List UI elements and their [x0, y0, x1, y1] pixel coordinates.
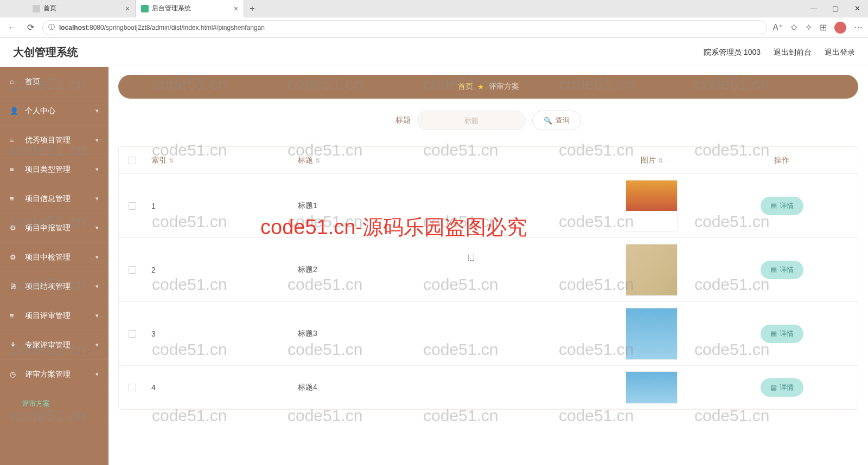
header-front-link[interactable]: 退出到前台 — [774, 48, 812, 57]
window-controls-left — [3, 4, 27, 14]
thumbnail-image — [626, 308, 678, 360]
sidebar-item-profile[interactable]: 👤个人中心▾ — [0, 96, 108, 126]
doc-icon: ▤ — [770, 266, 777, 274]
profile-avatar[interactable] — [834, 22, 846, 34]
detail-button[interactable]: ▤详情 — [761, 197, 803, 215]
breadcrumb-home[interactable]: 首页 — [458, 82, 473, 92]
cell-index: 3 — [146, 330, 298, 338]
browser-tab-1[interactable]: 首页 × — [27, 0, 136, 17]
new-tab-button[interactable]: + — [244, 4, 260, 14]
search-label: 标题 — [395, 115, 411, 125]
search-button-label: 查询 — [556, 115, 570, 125]
users-icon: ⚘ — [10, 341, 20, 349]
col-image[interactable]: 图片 — [641, 156, 656, 164]
close-icon[interactable]: × — [234, 4, 238, 13]
favorite-icon[interactable]: ✩ — [790, 22, 797, 33]
row-checkbox[interactable] — [129, 202, 136, 210]
sidebar-item-label: 优秀项目管理 — [25, 135, 71, 145]
chevron-down-icon: ▾ — [95, 283, 99, 290]
list-icon: ≡ — [10, 165, 20, 173]
row-checkbox[interactable] — [129, 384, 136, 391]
minimize-icon[interactable]: — — [803, 0, 825, 17]
browser-tab-2[interactable]: 后台管理系统 × — [136, 0, 244, 17]
read-aloud-icon[interactable]: A⁺ — [773, 22, 783, 33]
header-logout-link[interactable]: 退出登录 — [825, 48, 855, 57]
sidebar-item-label: 项目评审管理 — [25, 311, 71, 321]
sidebar-item-label: 个人中心 — [25, 106, 55, 116]
sidebar-item-expert[interactable]: ⚘专家评审管理▾ — [0, 331, 108, 360]
app-header: 大创管理系统 院系管理员 1003 退出到前台 退出登录 — [0, 38, 868, 67]
star-icon: ★ — [477, 82, 484, 91]
chevron-down-icon: ▾ — [95, 371, 99, 378]
col-op: 操作 — [774, 156, 789, 164]
sidebar-subitem-scheme-active[interactable]: 评审方案 — [0, 389, 108, 418]
breadcrumb: 首页 ★ 评审方案 — [118, 75, 858, 99]
data-table: 索引⇅ 标题⇅ 图片⇅ 操作 1 标题1 ▤详情 2 标题2 ▤详情 — [118, 146, 858, 410]
list-icon: ≡ — [10, 312, 20, 320]
detail-button[interactable]: ▤详情 — [761, 325, 803, 343]
collections-icon[interactable]: ✧ — [805, 22, 812, 33]
cell-index: 4 — [146, 383, 298, 392]
sidebar-item-final[interactable]: 🖹项目结项管理▾ — [0, 272, 108, 301]
tab-title: 后台管理系统 — [152, 4, 191, 13]
chevron-down-icon: ▾ — [95, 195, 99, 202]
sidebar-item-scheme[interactable]: ◷评审方案管理▾ — [0, 360, 108, 389]
sidebar-item-home[interactable]: ⌂首页 — [0, 67, 108, 96]
sidebar-item-review[interactable]: ≡项目评审管理▾ — [0, 301, 108, 331]
refresh-button[interactable]: ⟳ — [24, 21, 37, 34]
header-user[interactable]: 院系管理员 1003 — [704, 48, 761, 57]
site-info-icon[interactable]: ⓘ — [48, 23, 55, 32]
tab-title: 首页 — [43, 4, 56, 13]
sidebar-item-label: 项目信息管理 — [25, 194, 71, 204]
detail-button[interactable]: ▤详情 — [761, 261, 803, 279]
clock-icon: ◷ — [10, 370, 20, 378]
browser-tab-strip: 首页 × 后台管理系统 × + — ▢ ✕ — [0, 0, 868, 17]
sidebar: ⌂首页 👤个人中心▾ ≡优秀项目管理▾ ≡项目类型管理▾ ≡项目信息管理▾ ⚙项… — [0, 67, 108, 465]
doc-icon: ▤ — [770, 202, 777, 210]
col-title[interactable]: 标题 — [298, 156, 313, 164]
sidebar-item-midcheck[interactable]: ⚙项目中检管理▾ — [0, 243, 108, 272]
doc-icon: ▤ — [770, 383, 777, 391]
sort-icon[interactable]: ⇅ — [169, 157, 174, 164]
row-checkbox[interactable] — [129, 266, 136, 274]
sidebar-item-label: 专家评审管理 — [25, 340, 71, 350]
maximize-icon[interactable]: ▢ — [825, 0, 846, 17]
sort-icon[interactable]: ⇅ — [658, 157, 663, 164]
select-all-checkbox[interactable] — [129, 157, 136, 164]
toolbar-icons: A⁺ ✩ ✧ ⊞ ⋯ — [773, 22, 863, 34]
thumbnail-image — [626, 180, 678, 232]
chevron-down-icon: ▾ — [95, 312, 99, 319]
sidebar-item-excellent[interactable]: ≡优秀项目管理▾ — [0, 126, 108, 155]
favicon-blank-icon — [33, 5, 40, 12]
breadcrumb-current: 评审方案 — [489, 82, 519, 92]
menu-icon[interactable]: ⋯ — [854, 22, 863, 33]
col-index[interactable]: 索引 — [151, 156, 167, 164]
search-button[interactable]: 🔍查询 — [532, 111, 581, 130]
search-row: 标题 🔍查询 — [118, 111, 858, 130]
search-input[interactable] — [417, 111, 526, 130]
sidebar-item-label: 项目结项管理 — [25, 282, 71, 292]
detail-button[interactable]: ▤详情 — [761, 378, 803, 397]
sidebar-item-label: 首页 — [25, 77, 40, 87]
doc-icon: 🖹 — [10, 282, 20, 290]
doc-icon: ▤ — [770, 330, 777, 338]
table-row: 4 标题4 ▤详情 — [119, 366, 858, 409]
close-window-icon[interactable]: ✕ — [846, 0, 868, 17]
extensions-icon[interactable]: ⊞ — [820, 22, 827, 33]
back-button[interactable]: ← — [5, 21, 18, 34]
table-row: 3 标题3 ▤详情 — [119, 302, 858, 366]
sidebar-item-type[interactable]: ≡项目类型管理▾ — [0, 155, 108, 184]
chevron-down-icon: ▾ — [95, 107, 99, 114]
sidebar-item-label: 项目中检管理 — [25, 253, 71, 262]
row-checkbox[interactable] — [129, 330, 136, 338]
sort-icon[interactable]: ⇅ — [315, 157, 320, 164]
sidebar-item-info[interactable]: ≡项目信息管理▾ — [0, 184, 108, 214]
gear-icon: ⚙ — [10, 224, 20, 232]
search-icon: 🔍 — [544, 117, 552, 125]
window-controls-right: — ▢ ✕ — [803, 0, 868, 17]
sidebar-item-apply[interactable]: ⚙项目申报管理▾ — [0, 214, 108, 243]
close-icon[interactable]: × — [125, 4, 130, 13]
cell-index: 1 — [146, 202, 298, 210]
detail-label: 详情 — [780, 265, 794, 275]
address-bar[interactable]: ⓘ localhost:8080/springbootj2zt8/admin/d… — [42, 20, 767, 35]
